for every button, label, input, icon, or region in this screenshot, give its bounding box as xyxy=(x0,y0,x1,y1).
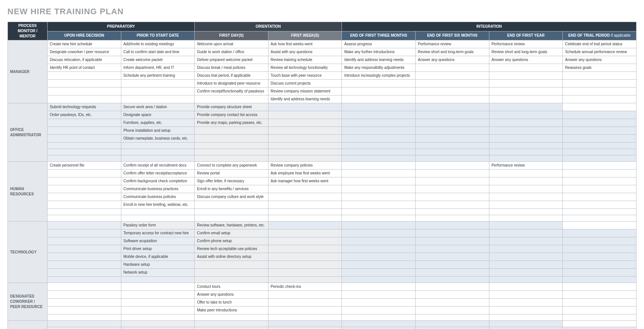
cell: Provide any maps, parking passes, etc. xyxy=(195,119,268,127)
cell xyxy=(195,155,268,162)
cell: Reassess goals xyxy=(563,64,637,72)
subheader-three-months: END OF FIRST THREE MONTHS xyxy=(342,31,416,40)
cell: Review software, hardware, printers, etc… xyxy=(195,222,268,229)
cell xyxy=(563,261,637,269)
table-row xyxy=(8,143,637,149)
cell xyxy=(563,177,637,185)
cell: Create new hire schedule xyxy=(48,40,121,48)
table-row: Phone installation and setup xyxy=(8,127,637,135)
group-header-integ: INTEGRATION xyxy=(342,22,637,31)
cell xyxy=(342,314,416,321)
cell xyxy=(416,283,489,291)
cell xyxy=(342,170,416,177)
cell xyxy=(563,103,637,111)
cell xyxy=(489,64,563,72)
cell: Designate space xyxy=(121,111,195,119)
cell xyxy=(563,127,637,135)
table-row: Identify HR point of contactInform depar… xyxy=(8,64,637,72)
cell xyxy=(195,314,268,321)
cell xyxy=(416,95,489,103)
cell xyxy=(563,201,637,209)
cell xyxy=(268,229,342,237)
table-row: Hardware setup xyxy=(8,261,637,269)
table-row: Make peer introductions xyxy=(8,307,637,314)
cell xyxy=(268,245,342,253)
cell xyxy=(121,95,195,103)
cell xyxy=(489,253,563,261)
cell xyxy=(489,299,563,307)
table-row: MANAGERCreate new hire scheduleAdd/invit… xyxy=(8,40,637,48)
cell xyxy=(489,245,563,253)
cell xyxy=(268,119,342,127)
cell xyxy=(416,80,489,88)
cell xyxy=(489,143,563,149)
cell: Create welcome packet xyxy=(121,56,195,64)
cell xyxy=(121,283,195,291)
cell xyxy=(489,170,563,177)
cell: Obtain nameplate, business cards, etc. xyxy=(121,135,195,143)
cell xyxy=(342,269,416,277)
cell xyxy=(416,170,489,177)
cell xyxy=(195,135,268,143)
cell xyxy=(121,209,195,215)
cell xyxy=(489,327,563,329)
cell xyxy=(416,261,489,269)
cell xyxy=(48,299,121,307)
cell: Designate coworker / peer resource xyxy=(48,48,121,56)
cell xyxy=(416,193,489,201)
section-label: OFFICE ADMINISTRATOR xyxy=(8,103,48,162)
cell xyxy=(268,111,342,119)
cell xyxy=(563,253,637,261)
table-row: Discuss relocation, if applicableCreate … xyxy=(8,56,637,64)
cell xyxy=(121,299,195,307)
cell xyxy=(563,185,637,193)
cell: Hardware setup xyxy=(121,261,195,269)
cell xyxy=(489,185,563,193)
cell: Review company policies xyxy=(268,162,342,170)
table-row xyxy=(8,277,637,283)
page-title: NEW HIRE TRAINING PLAN xyxy=(7,7,637,16)
table-row: Mobile device, if applicableAssist with … xyxy=(8,253,637,261)
cell xyxy=(489,261,563,269)
cell xyxy=(416,111,489,119)
table-row: OFFICE ADMINISTRATORSubmit technology re… xyxy=(8,103,637,111)
cell: Connect to complete any paperwork xyxy=(195,162,268,170)
cell xyxy=(48,177,121,185)
section-label: DESIGNATED COWORKER / PEER RESOURCE xyxy=(8,283,48,321)
cell xyxy=(268,299,342,307)
cell: Assist with online directory setup xyxy=(195,253,268,261)
cell xyxy=(416,177,489,185)
cell xyxy=(563,229,637,237)
cell xyxy=(121,321,195,327)
cell xyxy=(416,127,489,135)
cell: Review tech acceptable use policies xyxy=(195,245,268,253)
cell xyxy=(195,95,268,103)
cell xyxy=(48,269,121,277)
subheader-first-year: END OF FIRST YEAR xyxy=(489,31,563,40)
cell: Assess progress xyxy=(342,40,416,48)
cell xyxy=(268,277,342,283)
section-label: HUMAN RESOURCES xyxy=(8,162,48,222)
table-row: Obtain nameplate, business cards, etc. xyxy=(8,135,637,143)
table-row: Software acquisitionConfirm phone setup xyxy=(8,237,637,245)
cell xyxy=(342,143,416,149)
cell xyxy=(195,321,268,327)
cell: Secure work area / station xyxy=(121,103,195,111)
cell: Introduce to designated peer resource xyxy=(195,80,268,88)
cell xyxy=(195,261,268,269)
cell xyxy=(563,307,637,314)
cell xyxy=(268,327,342,329)
cell xyxy=(489,229,563,237)
cell xyxy=(563,119,637,127)
cell xyxy=(416,143,489,149)
cell: Performance review xyxy=(416,40,489,48)
cell: Create personnel file xyxy=(48,162,121,170)
cell: Make any further introductions xyxy=(342,48,416,56)
cell: Confirm offer letter receipt/acceptance xyxy=(121,170,195,177)
section-label: TECHNOLOGY xyxy=(8,222,48,283)
cell xyxy=(48,253,121,261)
cell xyxy=(342,229,416,237)
cell xyxy=(268,321,342,327)
cell xyxy=(342,111,416,119)
cell: Introduce increasingly complex projects xyxy=(342,72,416,80)
